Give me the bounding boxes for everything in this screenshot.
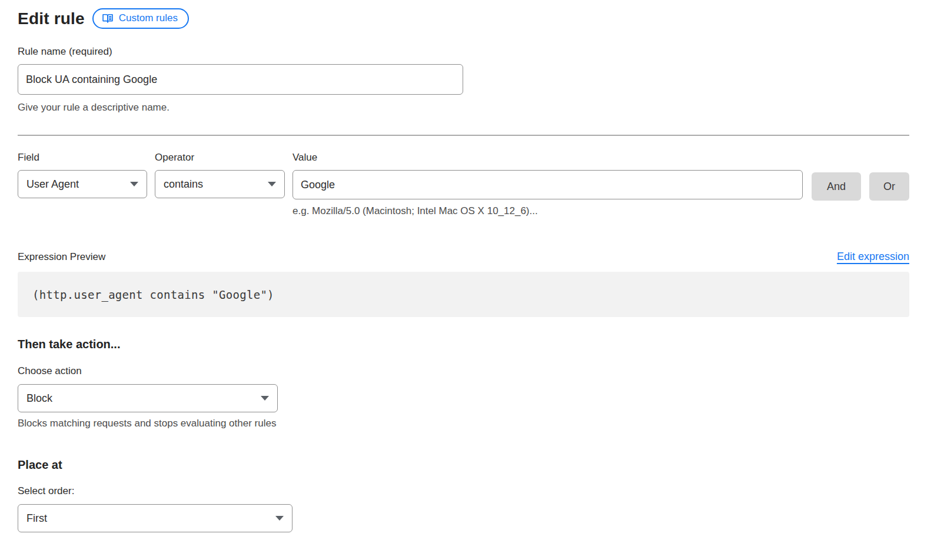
placement-section: Place at Select order: First xyxy=(18,458,909,532)
operator-label: Operator xyxy=(155,152,285,164)
action-help: Blocks matching requests and stops evalu… xyxy=(18,418,909,429)
expression-builder: Field User Agent Operator contains Value… xyxy=(18,152,909,217)
value-input[interactable] xyxy=(293,170,803,199)
page-header: Edit rule Custom rules xyxy=(18,8,909,29)
section-divider xyxy=(18,135,909,136)
rule-name-input[interactable] xyxy=(18,64,463,95)
book-icon xyxy=(102,12,114,24)
field-select-value: User Agent xyxy=(26,178,79,191)
caret-down-icon xyxy=(275,516,284,521)
rule-name-help: Give your rule a descriptive name. xyxy=(18,102,909,114)
place-at-heading: Place at xyxy=(18,458,909,472)
operator-select-value: contains xyxy=(164,178,203,191)
and-button[interactable]: And xyxy=(812,172,861,201)
expression-preview-label: Expression Preview xyxy=(18,251,105,263)
operator-column: Operator contains xyxy=(155,152,285,198)
expression-code-text: (http.user_agent contains "Google") xyxy=(32,288,274,301)
edit-expression-link[interactable]: Edit expression xyxy=(837,251,909,263)
order-select[interactable]: First xyxy=(18,504,293,532)
expression-preview-code: (http.user_agent contains "Google") xyxy=(18,272,909,317)
action-select[interactable]: Block xyxy=(18,384,278,412)
custom-rules-button-label: Custom rules xyxy=(119,12,178,24)
rule-name-section: Rule name (required) Give your rule a de… xyxy=(18,46,909,114)
expression-preview-header: Expression Preview Edit expression xyxy=(18,251,909,263)
value-help: e.g. Mozilla/5.0 (Macintosh; Intel Mac O… xyxy=(293,205,803,217)
select-order-label: Select order: xyxy=(18,485,909,497)
value-label: Value xyxy=(293,152,803,164)
edit-rule-page: Edit rule Custom rules Rule name (requir… xyxy=(0,0,934,532)
field-column: Field User Agent xyxy=(18,152,147,198)
choose-action-label: Choose action xyxy=(18,365,909,377)
caret-down-icon xyxy=(268,182,276,186)
caret-down-icon xyxy=(261,396,269,401)
value-column: Value e.g. Mozilla/5.0 (Macintosh; Intel… xyxy=(293,152,803,217)
or-button[interactable]: Or xyxy=(869,172,909,201)
order-select-value: First xyxy=(26,512,47,525)
field-select[interactable]: User Agent xyxy=(18,170,147,198)
operator-select[interactable]: contains xyxy=(155,170,285,198)
action-heading: Then take action... xyxy=(18,338,909,351)
action-section: Then take action... Choose action Block … xyxy=(18,338,909,429)
rule-name-label: Rule name (required) xyxy=(18,46,909,58)
caret-down-icon xyxy=(130,182,138,186)
action-select-value: Block xyxy=(26,392,52,405)
custom-rules-button[interactable]: Custom rules xyxy=(92,8,189,29)
page-title: Edit rule xyxy=(18,9,85,28)
field-label: Field xyxy=(18,152,147,164)
